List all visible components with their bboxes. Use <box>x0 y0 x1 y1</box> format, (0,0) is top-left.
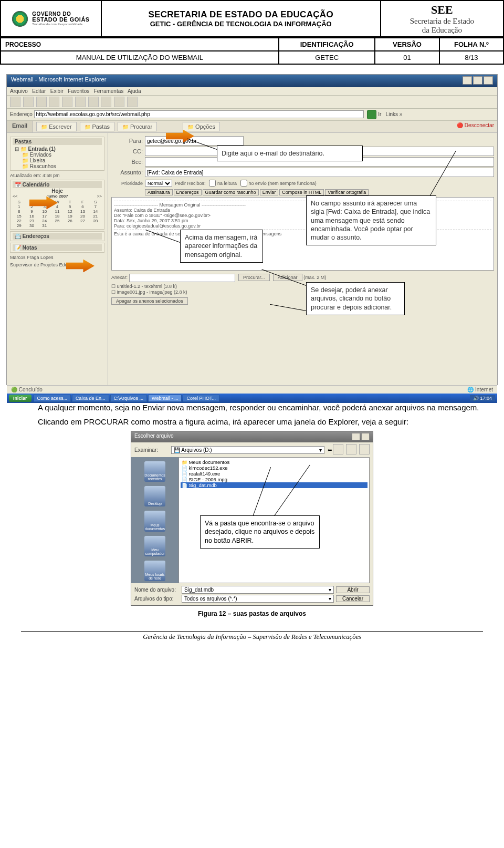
task-item[interactable]: Caixa de En... <box>72 395 109 402</box>
history-icon[interactable] <box>101 97 111 107</box>
attach-row: Anexar: Procurar... Adicionar (max. 2 M) <box>111 274 494 282</box>
file-item[interactable]: SIGE - 2006.mpg <box>181 477 368 482</box>
go-label: Ir <box>378 111 381 117</box>
tab-escrever[interactable]: Escrever <box>36 122 76 131</box>
task-item[interactable]: Como acess... <box>34 395 71 402</box>
menu-editar[interactable]: Editar <box>32 88 46 94</box>
callout-mensagem-original: Acima da mensagem, irá aparecer informaç… <box>180 230 263 263</box>
tab-procurar[interactable]: Procurar <box>118 122 157 131</box>
cancel-button[interactable]: Cancelar <box>336 595 370 602</box>
filename-input[interactable]: Sig_dat.mdb▾ <box>182 586 334 594</box>
page-footer: Gerência de Tecnologia da Informação – S… <box>21 631 483 641</box>
ie-address-bar: Endereço Ir Links » <box>7 109 497 121</box>
folder-entrada[interactable]: Entrada (1) <box>20 146 56 152</box>
btn-assinatura[interactable]: Assinatura <box>145 189 173 195</box>
btn-html[interactable]: Compose in HTML <box>279 189 324 195</box>
message-body[interactable]: ---------------------------- Mensagem Or… <box>111 197 494 271</box>
window-buttons[interactable] <box>461 76 493 86</box>
bcc-label: Bcc: <box>111 159 143 165</box>
menu-exibir[interactable]: Exibir <box>50 88 64 94</box>
place-mypc[interactable]: Meu computador <box>144 536 165 556</box>
callout-assunto: No campo assunto irá aparecer uma sigla … <box>306 195 436 245</box>
assunto-label: Assunto: <box>111 169 143 175</box>
place-recent[interactable]: Documentos recentes <box>144 461 165 482</box>
menu-favoritos[interactable]: Favoritos <box>68 88 89 94</box>
chk-leitura[interactable] <box>209 180 216 187</box>
search-icon[interactable] <box>75 97 86 107</box>
clear-attachments-button[interactable]: Apagar os anexos selecionados <box>111 297 188 305</box>
start-button[interactable]: Iniciar <box>9 395 32 402</box>
file-item[interactable]: Meus documentos <box>181 459 368 465</box>
open-button[interactable]: Abrir <box>336 586 370 593</box>
examinar-dropdown[interactable]: 💾 Arquivos (D:)▾ <box>171 446 324 454</box>
refresh-icon[interactable] <box>49 97 59 107</box>
menu-ajuda[interactable]: Ajuda <box>128 88 141 94</box>
document-header-row2: PROCESSO IDENTIFICAÇÃO VERSÃO FOLHA N.º … <box>0 37 504 65</box>
chk-envio[interactable] <box>240 180 247 187</box>
go-button[interactable] <box>367 110 376 119</box>
folders-header: Pastas <box>13 138 102 145</box>
tab-pastas[interactable]: Pastas <box>80 122 114 131</box>
mail-icon[interactable] <box>114 97 124 107</box>
menu-arquivo[interactable]: Arquivo <box>10 88 28 94</box>
para-label: Para: <box>111 138 143 144</box>
btn-rascunho[interactable]: Guardar como rascunho <box>203 189 259 195</box>
views-icon[interactable] <box>359 444 370 454</box>
place-network[interactable]: Meus locais de rede <box>144 561 165 581</box>
dialog-close-button[interactable] <box>361 433 370 440</box>
notas-header[interactable]: Notas <box>23 245 37 251</box>
dialog-places-bar[interactable]: Documentos recentes Desktop Meus documen… <box>131 457 178 583</box>
file-list[interactable]: Meus documentos klmcodec152.exe realalt1… <box>178 457 370 583</box>
ie-menubar[interactable]: Arquivo Editar Exibir Favoritos Ferramen… <box>7 87 497 96</box>
links-label[interactable]: Links <box>386 111 398 117</box>
place-mydocs[interactable]: Meus documentos <box>144 511 165 531</box>
getic-subtitle: GETIC - GERÊNCIA DE TECNOLOGIA DA INFORM… <box>106 20 376 28</box>
menu-ferramentas[interactable]: Ferramentas <box>94 88 124 94</box>
file-item-selected[interactable]: Sig_dat.mdb <box>181 482 368 488</box>
procurar-button[interactable]: Procurar... <box>238 274 270 281</box>
versao-value: 01 <box>375 51 439 64</box>
disconnect-link[interactable]: Desconectar <box>465 122 494 128</box>
folder-rascunhos[interactable]: Rascunhos <box>22 163 102 169</box>
new-folder-icon[interactable] <box>346 444 356 454</box>
forward-icon[interactable] <box>23 97 34 107</box>
btn-enderecos[interactable]: Endereços <box>174 189 202 195</box>
stop-icon[interactable] <box>36 97 47 107</box>
callout-destinatario: Digite aqui o e-mail do destinatário. <box>217 146 363 161</box>
enderecos-header[interactable]: Endereços <box>23 233 49 239</box>
home-icon[interactable] <box>62 97 72 107</box>
place-desktop[interactable]: Desktop <box>144 486 165 506</box>
folder-enviados[interactable]: Enviados <box>22 152 102 158</box>
calendar-grid[interactable]: SMTWTFS 1234567 891011121314 15161718192… <box>13 200 102 228</box>
tab-opcoes[interactable]: Opções <box>183 122 220 131</box>
task-item-active[interactable]: Webmail - ... <box>148 395 182 402</box>
task-item[interactable]: Corel PHOT... <box>183 395 219 402</box>
up-icon[interactable] <box>333 444 343 454</box>
compose-panel: Escrever Para: CC: Bcc: Assunto: Priorid… <box>108 133 497 385</box>
examinar-label: Examinar: <box>134 447 171 453</box>
dialog-help-button[interactable] <box>352 433 360 440</box>
btn-ortografia[interactable]: Verificar ortografia <box>325 189 369 195</box>
system-tray[interactable]: 🔊 17:04 <box>470 395 495 401</box>
folder-lixeira[interactable]: Lixeira <box>22 158 102 163</box>
windows-taskbar[interactable]: Iniciar Como acess... Caixa de En... C:\… <box>7 394 497 403</box>
task-item[interactable]: C:\Arquivos ... <box>110 395 148 402</box>
attachment-list: untitled-1.2 - text/html (3.8 k) image00… <box>111 284 494 295</box>
favorites-icon[interactable] <box>88 97 99 107</box>
address-input[interactable] <box>34 110 364 118</box>
address-label: Endereço <box>10 111 33 117</box>
file-item[interactable]: klmcodec152.exe <box>181 465 368 471</box>
updated-label: Atualizado em: 4:58 pm <box>10 173 104 178</box>
ie-toolbar[interactable] <box>7 96 497 109</box>
prioridade-select[interactable]: Normal <box>145 180 172 187</box>
gov-line3: Trabalhando com Responsabilidade <box>32 23 89 26</box>
calendar-today: Hoje <box>13 188 102 194</box>
filetype-dropdown[interactable]: Todos os arquivos (*.*)▾ <box>182 595 334 603</box>
calendar-header: Calendário <box>23 182 50 188</box>
attachment-item[interactable]: image001.jpg - image/jpeg (2.8 k) <box>111 289 494 295</box>
btn-enviar[interactable]: Enviar <box>260 189 279 195</box>
back-icon[interactable] <box>10 97 20 107</box>
email-panel-label: Email <box>7 121 33 132</box>
file-item[interactable]: realalt149.exe <box>181 471 368 477</box>
print-icon[interactable] <box>127 97 138 107</box>
